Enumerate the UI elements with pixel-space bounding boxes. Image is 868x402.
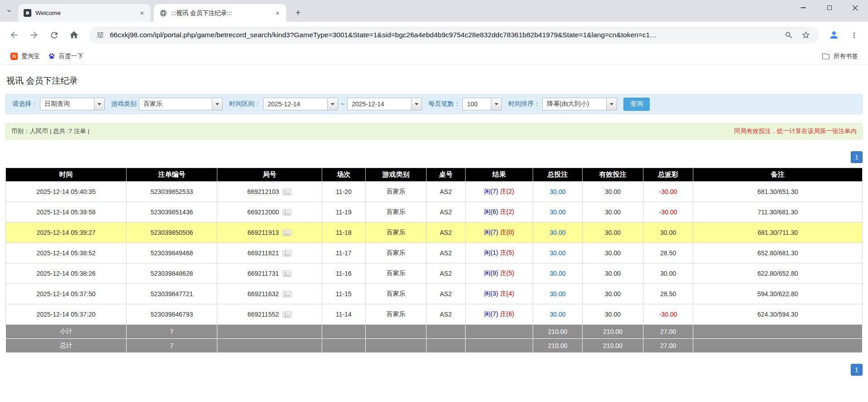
- sort-order-select[interactable]: 降幂(由大到小): [542, 98, 617, 110]
- video-replay-icon[interactable]: [282, 270, 292, 277]
- cell-total-bet: 30.00: [533, 284, 583, 304]
- cell-payout: 30.00: [643, 223, 693, 243]
- video-replay-icon[interactable]: [282, 189, 292, 195]
- cell-time: 2025-12-14 05:39:27: [6, 223, 127, 243]
- cell-game: 百家乐: [366, 202, 427, 223]
- close-tab-icon[interactable]: ×: [274, 9, 282, 17]
- cell-bet-id: 523039847721: [127, 284, 217, 304]
- cell-game: 百家乐: [366, 263, 427, 284]
- site-settings-icon[interactable]: [96, 31, 104, 39]
- total-bet-link[interactable]: 30.00: [549, 208, 565, 216]
- result-player: 闲(7): [484, 188, 498, 195]
- dropdown-arrow-icon[interactable]: [94, 98, 104, 110]
- maximize-button[interactable]: [816, 0, 842, 15]
- total-bet-link[interactable]: 30.00: [549, 249, 565, 257]
- tab-betrecord[interactable]: :::视讯 会员下注纪录::: ×: [154, 4, 286, 22]
- cell-valid-bet: 30.00: [583, 284, 643, 304]
- cell-result: 闲(9)庄(5): [466, 263, 533, 284]
- navigation-bar: 66cxkj98.com/ipl/portal.php/game/betreco…: [0, 22, 868, 48]
- cell-round: 669211731: [217, 263, 322, 284]
- dropdown-arrow-icon[interactable]: [327, 98, 338, 110]
- cell-session: 11-17: [322, 243, 366, 263]
- home-icon: [69, 30, 79, 40]
- dropdown-arrow-icon[interactable]: [212, 98, 222, 110]
- all-bookmarks-button[interactable]: 所有书签: [818, 50, 862, 62]
- cell-total-bet: 30.00: [533, 182, 583, 202]
- cell-time: 2025-12-14 05:37:20: [6, 304, 127, 325]
- video-replay-icon[interactable]: [282, 209, 292, 216]
- result-banker: 庄(0): [500, 228, 514, 236]
- back-icon: [9, 30, 19, 40]
- zoom-indicator-icon[interactable]: [783, 29, 794, 41]
- forward-button[interactable]: [25, 26, 43, 44]
- total-bet-link[interactable]: 30.00: [549, 229, 565, 236]
- page-1-button[interactable]: 1: [851, 151, 863, 163]
- cell-remark: 594.30/622.80: [693, 284, 863, 304]
- date-to-select[interactable]: 2025-12-14: [347, 98, 422, 110]
- result-player: 闲(9): [484, 269, 498, 277]
- tab-search-button[interactable]: [0, 0, 18, 22]
- sum-cell: 总计: [6, 339, 127, 353]
- date-from-select[interactable]: 2025-12-14: [263, 98, 338, 110]
- back-button[interactable]: [5, 26, 23, 44]
- video-replay-icon[interactable]: [282, 250, 292, 257]
- video-replay-icon[interactable]: [282, 311, 292, 318]
- close-tab-icon[interactable]: ×: [138, 9, 146, 17]
- cell-payout: 28.50: [643, 243, 693, 263]
- bookmark-baidu[interactable]: 百度一下: [44, 50, 88, 62]
- cell-table-no: AS2: [427, 304, 466, 325]
- column-header: 备注: [693, 168, 863, 182]
- cell-session: 11-16: [322, 263, 366, 284]
- bet-record-row: 2025-12-14 05:39:27523039850506669211913…: [6, 223, 863, 243]
- cell-session: 11-19: [322, 202, 366, 223]
- cell-game: 百家乐: [366, 223, 427, 243]
- game-type-select[interactable]: 百家乐: [139, 98, 223, 110]
- cell-round: 669211821: [217, 243, 322, 263]
- cell-round: 669211632: [217, 284, 322, 304]
- total-bet-link[interactable]: 30.00: [549, 290, 565, 298]
- page-size-label: 每页笔数：: [428, 100, 460, 108]
- total-bet-link[interactable]: 30.00: [549, 311, 565, 318]
- refresh-button[interactable]: [45, 26, 63, 44]
- sum-cell: 210.00: [583, 339, 643, 353]
- address-bar[interactable]: 66cxkj98.com/ipl/portal.php/game/betreco…: [89, 27, 819, 44]
- video-replay-icon[interactable]: [282, 229, 292, 236]
- total-bet-link[interactable]: 30.00: [549, 188, 565, 195]
- page-1-button[interactable]: 1: [851, 364, 863, 376]
- result-player: 闲(7): [484, 228, 498, 236]
- query-type-select[interactable]: 日期查询: [40, 98, 105, 110]
- profile-button[interactable]: [825, 26, 843, 44]
- cell-round: 669211913: [217, 223, 322, 243]
- home-button[interactable]: [65, 26, 83, 44]
- dropdown-arrow-icon[interactable]: [491, 98, 501, 110]
- new-tab-button[interactable]: +: [291, 6, 305, 20]
- tab-welcome[interactable]: Welcome ×: [18, 4, 151, 22]
- minimize-icon: [801, 7, 806, 8]
- cell-session: 11-18: [322, 223, 366, 243]
- result-banker: 庄(2): [500, 208, 514, 215]
- cell-time: 2025-12-14 05:40:35: [6, 182, 127, 202]
- total-bet-link[interactable]: 30.00: [549, 270, 565, 277]
- cell-payout: -30.00: [643, 182, 693, 202]
- cell-bet-id: 523039846793: [127, 304, 217, 325]
- close-window-button[interactable]: [842, 0, 868, 15]
- tab-title: :::视讯 会员下注纪录:::: [171, 9, 270, 17]
- dropdown-arrow-icon[interactable]: [411, 98, 422, 110]
- page-size-select[interactable]: 100: [462, 98, 502, 110]
- cell-total-bet: 30.00: [533, 243, 583, 263]
- bookmark-star-icon[interactable]: [800, 29, 812, 41]
- bookmark-aitaobao[interactable]: 淘 爱淘宝: [6, 50, 44, 62]
- menu-button[interactable]: [845, 26, 863, 44]
- info-bar: 币别：人民币 | 总共 :7 注单 | 同局有效投注，统一计算在该局第一张注单内: [5, 123, 863, 139]
- cell-session: 11-15: [322, 284, 366, 304]
- cell-table-no: AS2: [427, 284, 466, 304]
- cell-session: 11-14: [322, 304, 366, 325]
- dropdown-arrow-icon[interactable]: [606, 98, 617, 110]
- taobao-icon: 淘: [10, 53, 18, 60]
- minimize-button[interactable]: [790, 0, 816, 15]
- url-text: 66cxkj98.com/ipl/portal.php/game/betreco…: [110, 31, 777, 39]
- cell-result: 闲(7)庄(0): [466, 223, 533, 243]
- video-replay-icon[interactable]: [282, 291, 292, 298]
- search-button[interactable]: 查询: [623, 98, 650, 111]
- refresh-icon: [49, 30, 59, 40]
